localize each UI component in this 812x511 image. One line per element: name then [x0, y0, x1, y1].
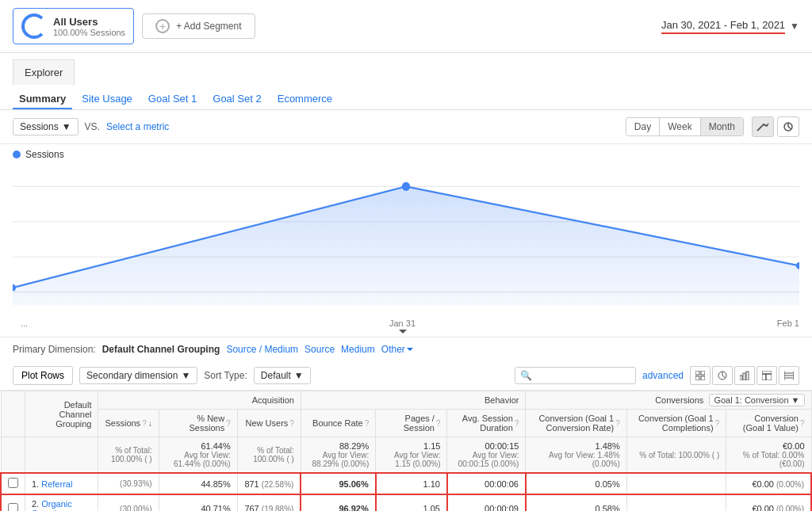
totals-avg-sub: Avg for View: 00:00:15 (0.00%) [454, 451, 519, 468]
dim-source[interactable]: Source [304, 344, 335, 355]
conversions-group-header: Conversions Goal 1: Conversion ▼ [526, 391, 811, 410]
tab-site-usage[interactable]: Site Usage [75, 90, 139, 109]
row1-channel: 1. Referral [25, 473, 98, 494]
bar-view-button[interactable] [734, 366, 755, 385]
channel-header-label: Default Channel Grouping [56, 400, 91, 429]
row2-checkbox-input[interactable] [8, 503, 18, 512]
row1-checkbox[interactable] [1, 473, 25, 494]
table-view-button[interactable] [779, 366, 799, 385]
pie-chart-button[interactable] [777, 116, 799, 137]
search-icon: 🔍 [520, 370, 532, 381]
totals-pages-sub: Avg for View: 1.15 (0.00%) [382, 451, 440, 468]
row1-channel-link[interactable]: Referral [41, 479, 72, 489]
plot-rows-button[interactable]: Plot Rows [13, 366, 73, 385]
select-metric-link[interactable]: Select a metric [106, 121, 169, 132]
row2-new-users-val: 767 [244, 504, 259, 511]
conv-rate-info-icon[interactable]: ? [615, 419, 620, 428]
row2-conv-comp [626, 494, 726, 511]
table-row: 1. Referral (30.93%) 44.85% 871 (22.58%)… [1, 473, 811, 494]
conversions-label: Conversions [655, 395, 703, 405]
bounce-rate-header-label: Bounce Rate [312, 418, 363, 428]
secondary-dimension-select[interactable]: Secondary dimension ▼ [79, 367, 197, 384]
svg-point-9 [402, 182, 410, 191]
row1-rank: 1. [32, 479, 39, 489]
sort-type-select[interactable]: Default ▼ [254, 367, 311, 384]
day-button[interactable]: Day [626, 118, 659, 135]
conv-value-info-icon[interactable]: ? [800, 419, 805, 428]
chart-expand-arrow[interactable] [399, 330, 407, 334]
search-box: 🔍 [515, 367, 636, 384]
row1-sessions: (30.93%) [98, 473, 159, 494]
dim-medium[interactable]: Medium [341, 344, 375, 355]
day-week-month-selector: Day Week Month [626, 117, 744, 136]
line-chart-svg [13, 160, 799, 318]
svg-rect-22 [762, 374, 766, 380]
pages-session-header: Pages / Session ? [376, 410, 447, 437]
row1-conv-value: €0.00 (0.00%) [726, 473, 811, 494]
search-input[interactable] [535, 370, 630, 381]
grid-view-button[interactable] [690, 366, 710, 385]
vs-label: VS. [85, 121, 100, 132]
row1-checkbox-input[interactable] [8, 478, 18, 488]
pages-header-label: Pages / Session [382, 414, 435, 433]
add-segment-button[interactable]: + + Add Segment [142, 13, 255, 39]
totals-conv-rate-val: 1.48% [532, 441, 619, 451]
pages-info-icon[interactable]: ? [436, 419, 441, 428]
totals-pages: 1.15 Avg for View: 1.15 (0.00%) [376, 437, 447, 474]
totals-new-users-pct: % of Total: 100.00% ( ) [244, 446, 294, 463]
tab-ecommerce[interactable]: Ecommerce [271, 90, 339, 109]
tab-goal-set-1[interactable]: Goal Set 1 [142, 90, 203, 109]
data-table: Default Channel Grouping Acquisition Beh… [0, 391, 812, 511]
row2-checkbox[interactable] [1, 494, 25, 511]
metric-select[interactable]: Sessions ▼ [13, 118, 79, 135]
row1-pages: 1.10 [376, 473, 447, 494]
avg-session-header: Avg. Session Duration ? [447, 410, 526, 437]
dim-source-medium[interactable]: Source / Medium [226, 344, 298, 355]
dim-other[interactable]: Other [381, 344, 413, 355]
advanced-link[interactable]: advanced [642, 370, 684, 381]
row1-conv-value-val: €0.00 [752, 479, 774, 489]
legend-dot [13, 151, 21, 158]
conv-value-header-label: Conversion (Goal 1 Value) [733, 414, 799, 433]
tab-goal-set-2[interactable]: Goal Set 2 [206, 90, 267, 109]
sessions-sort-icon[interactable]: ↓ [148, 419, 152, 428]
chart-label-right: Feb 1 [777, 318, 799, 334]
tab-summary[interactable]: Summary [13, 90, 72, 109]
week-button[interactable]: Week [659, 118, 699, 135]
acquisition-group-header: Acquisition [98, 391, 301, 410]
date-range[interactable]: Jan 30, 2021 - Feb 1, 2021 ▼ [661, 19, 799, 34]
chart-x-labels: ... Jan 31 Feb 1 [0, 318, 812, 337]
month-button[interactable]: Month [700, 118, 743, 135]
goal-dropdown-arrow: ▼ [791, 395, 800, 405]
conv-comp-header-label: Conversion (Goal 1 Completions) [634, 414, 714, 433]
pivot-view-button[interactable] [756, 366, 777, 385]
totals-conv-value-val: €0.00 [733, 441, 804, 451]
conv-comp-info-icon[interactable]: ? [715, 419, 720, 428]
row1-conv-value-pct: (0.00%) [776, 480, 804, 489]
row2-rank: 2. [32, 499, 39, 509]
conv-completions-header: Conversion (Goal 1 Completions) ? [626, 410, 726, 437]
date-dropdown-icon[interactable]: ▼ [790, 21, 799, 32]
svg-rect-18 [740, 376, 742, 380]
pct-new-sessions-header: % New Sessions ? [159, 410, 237, 437]
pie-view-button[interactable] [712, 366, 733, 385]
avg-session-info-icon[interactable]: ? [515, 419, 519, 428]
left-controls: Sessions ▼ VS. Select a metric [13, 118, 169, 135]
explorer-tab[interactable]: Explorer [13, 59, 75, 85]
pct-new-info-icon[interactable]: ? [226, 419, 231, 428]
totals-channel [25, 437, 98, 474]
bounce-rate-info-icon[interactable]: ? [365, 419, 370, 428]
totals-conv-value: €0.00 % of Total: 0.00% (€0.00) [726, 437, 811, 474]
row2-pages: 1.05 [376, 494, 447, 511]
new-users-info-icon[interactable]: ? [289, 419, 294, 428]
svg-line-17 [722, 376, 726, 378]
dim-default-channel[interactable]: Default Channel Grouping [102, 344, 220, 355]
line-chart-icon [756, 121, 769, 132]
all-users-segment[interactable]: All Users 100.00% Sessions [13, 8, 134, 44]
svg-line-2 [788, 127, 791, 129]
line-chart-button[interactable] [752, 116, 774, 137]
tab-bar: Explorer Summary Site Usage Goal Set 1 G… [0, 53, 812, 110]
svg-rect-12 [701, 371, 705, 375]
goal-select[interactable]: Goal 1: Conversion ▼ [709, 394, 804, 406]
sessions-info-icon[interactable]: ? [142, 419, 147, 428]
